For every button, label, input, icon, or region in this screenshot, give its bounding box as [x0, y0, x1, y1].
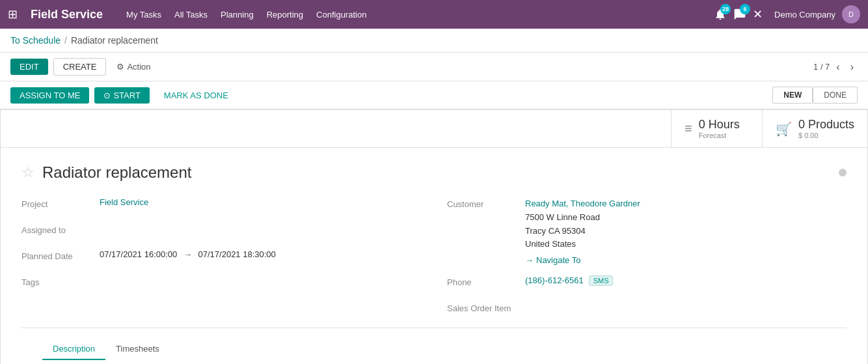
- nav-my-tasks[interactable]: My Tasks: [126, 10, 161, 20]
- message-icon[interactable]: 6: [733, 8, 746, 21]
- form-title: Radiator replacement: [42, 163, 191, 182]
- tab-timesheets[interactable]: Timesheets: [105, 339, 170, 360]
- clock-icon: ⊙: [103, 91, 111, 100]
- stage-done-button[interactable]: DONE: [813, 87, 858, 104]
- sms-button[interactable]: SMS: [589, 275, 614, 286]
- date-arrow: →: [183, 249, 192, 259]
- start-button[interactable]: ⊙ START: [94, 87, 149, 104]
- message-count: 6: [740, 4, 750, 14]
- phone-field: Phone (186)-612-6561 SMS: [447, 275, 847, 294]
- breadcrumb-separator: /: [64, 35, 67, 46]
- breadcrumb: To Schedule / Radiator replacement: [0, 29, 868, 53]
- hours-forecast[interactable]: ≡ 0 Hours Forecast: [671, 110, 762, 147]
- project-value[interactable]: Field Service: [100, 197, 421, 207]
- hours-icon: ≡: [685, 121, 692, 136]
- assign-to-me-button[interactable]: ASSIGN TO ME: [10, 87, 89, 104]
- planned-date-field: Planned Date 07/17/2021 16:00:00 → 07/17…: [21, 249, 421, 268]
- breadcrumb-current: Radiator replacement: [71, 35, 158, 46]
- project-field: Project Field Service: [21, 197, 421, 216]
- close-icon[interactable]: ✕: [753, 7, 763, 21]
- address-line-2: Tracy CA 95304: [525, 225, 847, 238]
- nav-planning[interactable]: Planning: [221, 10, 254, 20]
- favorite-icon[interactable]: ☆: [21, 164, 34, 181]
- stage-new-button[interactable]: NEW: [772, 87, 813, 104]
- mark-done-button[interactable]: MARK AS DONE: [155, 87, 237, 104]
- phone-row: (186)-612-6561 SMS: [525, 275, 847, 286]
- project-label: Project: [21, 197, 100, 209]
- app-grid-icon[interactable]: ⊞: [8, 7, 18, 21]
- products-label: $ 0.00: [798, 132, 854, 139]
- date-end: 07/17/2021 18:30:00: [198, 249, 276, 259]
- company-name[interactable]: Demo Company: [774, 10, 835, 20]
- address-line-3: United States: [525, 238, 847, 251]
- address-line-1: 7500 W Linne Road: [525, 211, 847, 225]
- tabs-bar: Description Timesheets: [21, 328, 847, 359]
- form-area: ☆ Radiator replacement Project Field Ser…: [1, 148, 867, 364]
- planned-date-value[interactable]: 07/17/2021 16:00:00 → 07/17/2021 18:30:0…: [100, 249, 421, 259]
- gear-icon: ⚙: [116, 62, 124, 72]
- customer-field: Customer Ready Mat, Theodore Gardner 750…: [447, 197, 847, 268]
- cart-icon: 🛒: [776, 121, 792, 137]
- tab-description[interactable]: Description: [42, 339, 105, 360]
- status-dot: [839, 169, 847, 176]
- customer-address: Ready Mat, Theodore Gardner 7500 W Linne…: [525, 197, 847, 268]
- form-title-row: ☆ Radiator replacement: [21, 163, 847, 182]
- status-bar: ASSIGN TO ME ⊙ START MARK AS DONE NEW DO…: [0, 81, 868, 109]
- app-title: Field Service: [31, 8, 103, 21]
- notification-count: 28: [720, 4, 731, 14]
- sales-order-field: Sales Order Item: [447, 301, 847, 320]
- tags-label: Tags: [21, 275, 100, 287]
- user-avatar[interactable]: D: [842, 5, 860, 23]
- phone-number[interactable]: (186)-612-6561: [525, 275, 584, 285]
- next-page-button[interactable]: ›: [847, 60, 858, 74]
- form-container: ≡ 0 Hours Forecast 🛒 0 Products $ 0.00 ☆…: [0, 109, 868, 364]
- planned-date-label: Planned Date: [21, 249, 100, 261]
- nav-reporting[interactable]: Reporting: [267, 10, 303, 20]
- navigate-to-link[interactable]: → Navigate To: [525, 254, 847, 268]
- customer-name[interactable]: Ready Mat, Theodore Gardner: [525, 197, 847, 211]
- left-column: Project Field Service Assigned to Planne…: [21, 197, 421, 328]
- right-column: Customer Ready Mat, Theodore Gardner 750…: [447, 197, 847, 328]
- create-button[interactable]: CREATE: [53, 58, 107, 76]
- customer-label: Customer: [447, 197, 525, 209]
- phone-value-row: (186)-612-6561 SMS: [525, 275, 847, 286]
- nav-all-tasks[interactable]: All Tasks: [174, 10, 208, 20]
- tags-field: Tags: [21, 275, 421, 294]
- notification-bell[interactable]: 28: [714, 8, 727, 21]
- products-value: 0 Products: [798, 118, 854, 132]
- sales-order-label: Sales Order Item: [447, 301, 525, 313]
- hours-value: 0 Hours: [699, 118, 740, 132]
- arrow-icon: →: [525, 254, 534, 268]
- hours-label: Forecast: [699, 132, 740, 139]
- nav-links: My Tasks All Tasks Planning Reporting Co…: [126, 10, 366, 20]
- form-fields: Project Field Service Assigned to Planne…: [21, 197, 847, 328]
- nav-icons: 28 6 ✕ Demo Company D: [714, 5, 860, 23]
- action-bar: EDIT CREATE ⚙ Action 1 / 7 ‹ ›: [0, 53, 868, 81]
- assigned-to-field: Assigned to: [21, 223, 421, 242]
- phone-label: Phone: [447, 275, 525, 287]
- action-menu[interactable]: ⚙ Action: [116, 62, 150, 72]
- customer-value: Ready Mat, Theodore Gardner 7500 W Linne…: [525, 197, 847, 268]
- edit-button[interactable]: EDIT: [10, 59, 48, 75]
- forecast-bar: ≡ 0 Hours Forecast 🛒 0 Products $ 0.00: [1, 110, 867, 148]
- breadcrumb-parent[interactable]: To Schedule: [10, 35, 61, 46]
- products-forecast[interactable]: 🛒 0 Products $ 0.00: [762, 110, 867, 147]
- prev-page-button[interactable]: ‹: [832, 60, 843, 74]
- pagination: 1 / 7 ‹ ›: [813, 60, 858, 74]
- date-start: 07/17/2021 16:00:00: [100, 249, 177, 259]
- nav-configuration[interactable]: Configuration: [316, 10, 366, 20]
- stage-buttons: NEW DONE: [772, 87, 858, 104]
- assigned-to-label: Assigned to: [21, 223, 100, 235]
- main-content: ≡ 0 Hours Forecast 🛒 0 Products $ 0.00 ☆…: [0, 109, 868, 364]
